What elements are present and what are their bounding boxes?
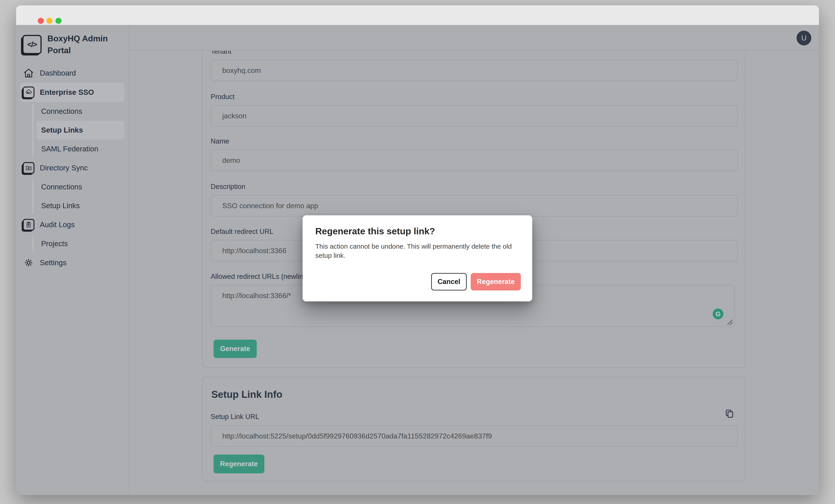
audit-clipboard-icon	[22, 219, 35, 231]
sidebar-item-sso-setup-links[interactable]: Setup Links	[37, 121, 124, 140]
sidebar: </> BoxyHQ Admin Portal Dashboard	[16, 25, 129, 495]
modal-title: Regenerate this setup link?	[315, 226, 435, 237]
sidebar-item-label: Dashboard	[40, 69, 76, 77]
sidebar-item-dsync-connections[interactable]: Connections	[37, 178, 124, 196]
default-redirect-url-label: Default redirect URL	[211, 227, 273, 236]
description-value: SSO connection for demo app	[222, 202, 318, 210]
sidebar-item-label: SAML Federation	[41, 145, 98, 153]
tenant-label: Tenant	[211, 51, 231, 56]
description-label: Description	[211, 182, 245, 191]
setup-link-info-heading: Setup Link Info	[211, 389, 282, 400]
cancel-button[interactable]: Cancel	[431, 273, 467, 290]
setup-link-form-card: Tenant boxyhq.com Product jackson Name d…	[202, 51, 746, 368]
sidebar-item-label: Projects	[41, 240, 68, 248]
sidebar-item-label: Connections	[41, 107, 82, 116]
boxyhq-logo-icon: </>	[22, 35, 42, 54]
brand-title: BoxyHQ Admin Portal	[47, 33, 115, 56]
window-titlebar	[16, 5, 819, 25]
avatar[interactable]: U	[797, 31, 811, 45]
setup-link-url-value: http://localhost:5225/setup/0dd5f9929760…	[222, 432, 492, 440]
brand: </> BoxyHQ Admin Portal	[16, 25, 129, 56]
top-header: U	[129, 25, 819, 50]
close-window-button[interactable]	[38, 18, 44, 24]
zoom-window-button[interactable]	[56, 18, 61, 24]
name-label: Name	[211, 137, 229, 146]
name-value: demo	[222, 156, 240, 165]
sidebar-item-label: Connections	[41, 183, 82, 191]
sidebar-item-dsync-setup-links[interactable]: Setup Links	[37, 196, 124, 215]
sidebar-item-label: Setup Links	[41, 126, 83, 134]
directory-folder-icon	[22, 162, 35, 174]
generate-button[interactable]: Generate	[213, 340, 257, 358]
sidebar-item-label: Setup Links	[41, 201, 80, 210]
sidebar-item-settings[interactable]: Settings	[21, 253, 124, 273]
default-redirect-url-value: http://localhost:3366	[222, 247, 286, 255]
sidebar-item-projects[interactable]: Projects	[37, 234, 124, 253]
textarea-resize-handle[interactable]	[726, 318, 733, 326]
name-input[interactable]: demo	[211, 149, 738, 171]
sidebar-nav: Dashboard Enterprise SSO Connections	[16, 63, 129, 273]
minimize-window-button[interactable]	[46, 18, 53, 24]
regenerate-button[interactable]: Regenerate	[213, 455, 264, 473]
setup-link-url-label: Setup Link URL	[211, 412, 259, 421]
setup-link-url-input[interactable]: http://localhost:5225/setup/0dd5f9929760…	[211, 425, 738, 447]
sidebar-item-saml-federation[interactable]: SAML Federation	[37, 140, 124, 158]
sidebar-item-dashboard[interactable]: Dashboard	[21, 63, 124, 83]
setup-link-info-card: Setup Link Info Setup Link URL http://lo…	[202, 377, 746, 481]
tenant-input[interactable]: boxyhq.com	[211, 60, 738, 81]
copy-icon[interactable]	[724, 408, 735, 419]
description-input[interactable]: SSO connection for demo app	[211, 195, 738, 217]
sso-cloud-key-icon	[22, 86, 35, 99]
allowed-redirect-urls-value: http://localhost:3366/*	[222, 291, 291, 300]
desktop-background: </> BoxyHQ Admin Portal Dashboard	[0, 0, 835, 504]
tenant-value: boxyhq.com	[222, 66, 261, 75]
grammarly-icon[interactable]: G	[713, 308, 724, 319]
modal-body-text: This action cannot be undone. This will …	[315, 242, 518, 260]
sidebar-subgroup-sso: Connections Setup Links SAML Federation	[16, 102, 129, 158]
product-label: Product	[211, 92, 235, 101]
home-icon	[22, 67, 35, 79]
sidebar-item-label: Audit Logs	[40, 220, 75, 229]
product-value: jackson	[222, 112, 247, 120]
modal-regenerate-button[interactable]: Regenerate	[471, 273, 521, 290]
product-input[interactable]: jackson	[211, 105, 738, 126]
sidebar-item-label: Directory Sync	[40, 164, 88, 172]
sidebar-item-audit-logs[interactable]: Audit Logs	[21, 215, 124, 234]
gear-icon	[22, 257, 35, 269]
sidebar-item-enterprise-sso[interactable]: Enterprise SSO	[21, 83, 124, 102]
sidebar-subgroup-dsync: Connections Setup Links	[16, 178, 129, 215]
sidebar-subgroup-audit: Projects	[16, 234, 129, 253]
sidebar-item-directory-sync[interactable]: Directory Sync	[21, 158, 124, 178]
sidebar-item-label: Enterprise SSO	[40, 88, 94, 97]
regenerate-confirm-modal: Regenerate this setup link? This action …	[303, 215, 532, 301]
sidebar-item-sso-connections[interactable]: Connections	[37, 102, 124, 121]
sidebar-item-label: Settings	[40, 259, 66, 267]
